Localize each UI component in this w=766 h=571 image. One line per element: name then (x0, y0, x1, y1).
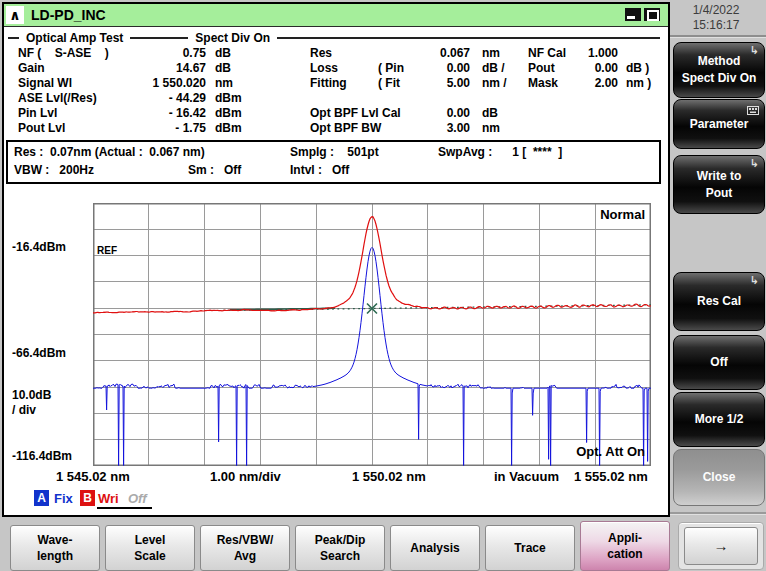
spect-div-status-label: Spect Div On (195, 31, 270, 45)
softkey-write-to-pout[interactable]: ↳ Write toPout (673, 155, 765, 214)
header-dash (8, 37, 19, 39)
sweep-status-box: Res : 0.07nm (Actual : 0.067 nm) Smplg :… (6, 140, 661, 184)
softkey-parameter[interactable]: Parameter (673, 99, 765, 149)
ref-marker-label: REF (97, 245, 117, 256)
trace-b-mode-label: Wri (98, 491, 119, 506)
softkey-off[interactable]: Off (673, 335, 765, 390)
softkey-more[interactable]: More 1/2 (673, 392, 765, 447)
time-label: 15:16:17 (670, 18, 762, 33)
optical-attenuator-label: Opt. Att On (93, 444, 645, 459)
fkey-level-scale[interactable]: LevelScale (105, 525, 195, 571)
param-row-bpf-bw: Opt BPF BW3.00nm (310, 121, 662, 135)
spectrum-traces (93, 203, 651, 466)
param-row-loss: Loss( Pin0.00dB /Pout0.00dB ) (310, 61, 662, 75)
x-axis-medium-label: in Vacuum (494, 469, 559, 484)
header-line (130, 37, 188, 39)
y-axis-ref-level: -16.4dBm (12, 240, 66, 254)
softkey-close[interactable]: Close (673, 449, 765, 506)
trace-b-badge: B (80, 490, 95, 506)
next-menu-button[interactable]: → (684, 527, 758, 565)
header-line (277, 37, 660, 39)
param-row-bpf-lvl-cal: Opt BPF Lvl Cal0.00dB (310, 106, 662, 120)
status-sweep-avg: SwpAvg : 1 [ **** ] (438, 145, 562, 159)
y-axis-scale-per-div: 10.0dB (12, 388, 51, 402)
param-section-header: Optical Amp Test Spect Div On (8, 31, 660, 45)
y-axis-scale-per-div-2: / div (12, 403, 36, 417)
x-axis-stop-wavelength: 1 555.02 nm (574, 469, 648, 484)
submenu-arrow-icon: ↳ (750, 44, 759, 56)
status-interval: Intvl : Off (290, 163, 349, 177)
instrument-main-screen: ∧ LD-PD_INC Optical Amp Test Spect Div O… (2, 2, 670, 517)
trace-a-mode-label: Fix (54, 491, 73, 506)
fkey-analysis[interactable]: Analysis (390, 525, 480, 571)
osa-application-screen: { "titlebar": {"logo": "∧", "title": "LD… (0, 0, 766, 571)
panel-divider-bottom (670, 512, 766, 515)
status-vbw: VBW : 200Hz (14, 163, 94, 177)
datetime-display: 1/4/2022 15:16:17 (670, 3, 762, 33)
fkey-peak-dip-search[interactable]: Peak/DipSearch (295, 525, 385, 571)
keypad-entry-icon (747, 103, 759, 120)
fkey-wavelength[interactable]: Wave-length (10, 525, 100, 571)
trace-a-badge: A (34, 490, 49, 506)
app-logo-icon: ∧ (6, 6, 24, 24)
param-row-nf: NF ( S-ASE )0.75dB (18, 46, 250, 60)
plot-grid (93, 203, 651, 466)
param-row-res: Res0.067nmNF Cal1.000 (310, 46, 662, 60)
softkey-res-cal[interactable]: ↳ Res Cal (673, 272, 765, 331)
status-res: Res : 0.07nm (Actual : 0.067 nm) (14, 145, 205, 159)
trace-b-off-label: Off (128, 491, 147, 506)
param-row-gain: Gain14.67dB (18, 61, 250, 75)
right-arrow-icon: → (714, 538, 729, 554)
softkey-method[interactable]: ↳ MethodSpect Div On (673, 42, 765, 98)
y-axis-mid-level: -66.4dBm (12, 346, 66, 360)
x-axis-start-wavelength: 1 545.02 nm (56, 469, 130, 484)
status-sampling: Smplg : 501pt (290, 145, 379, 159)
x-axis-span-per-div: 1.00 nm/div (210, 469, 281, 484)
param-row-fitting: Fitting( Fit5.00nm /Mask2.00nm ) (310, 76, 662, 90)
test-mode-label: Optical Amp Test (26, 31, 123, 45)
sweep-mode-label: Normal (93, 207, 645, 222)
param-row-pout-lvl: Pout Lvl- 1.75dBm (18, 121, 250, 135)
param-row-ase-lvl: ASE Lvl(/Res)- 44.29dBm (18, 91, 250, 105)
x-axis-center-wavelength: 1 550.02 nm (352, 469, 426, 484)
maximize-icon[interactable] (644, 8, 660, 21)
date-label: 1/4/2022 (670, 3, 762, 18)
fkey-res-vbw-avg[interactable]: Res/VBW/Avg (200, 525, 290, 571)
submenu-arrow-icon: ↳ (750, 157, 759, 169)
panel-divider (670, 35, 766, 38)
submenu-arrow-icon: ↳ (750, 274, 759, 286)
trace-b-underline (97, 507, 152, 509)
param-row-signal-wl: Signal Wl1 550.020nm (18, 76, 250, 90)
spectrum-plot (93, 203, 651, 466)
param-row-pin-lvl: Pin Lvl- 16.42dBm (18, 106, 250, 120)
status-smoothing: Sm : Off (188, 163, 241, 177)
titlebar: ∧ LD-PD_INC (4, 4, 668, 27)
y-axis-bottom-level: -116.4dBm (12, 449, 72, 463)
fkey-trace[interactable]: Trace (485, 525, 575, 571)
fkey-application[interactable]: Appli-cation (580, 521, 670, 571)
window-title: LD-PD_INC (31, 4, 106, 26)
minimize-icon[interactable] (625, 8, 641, 21)
